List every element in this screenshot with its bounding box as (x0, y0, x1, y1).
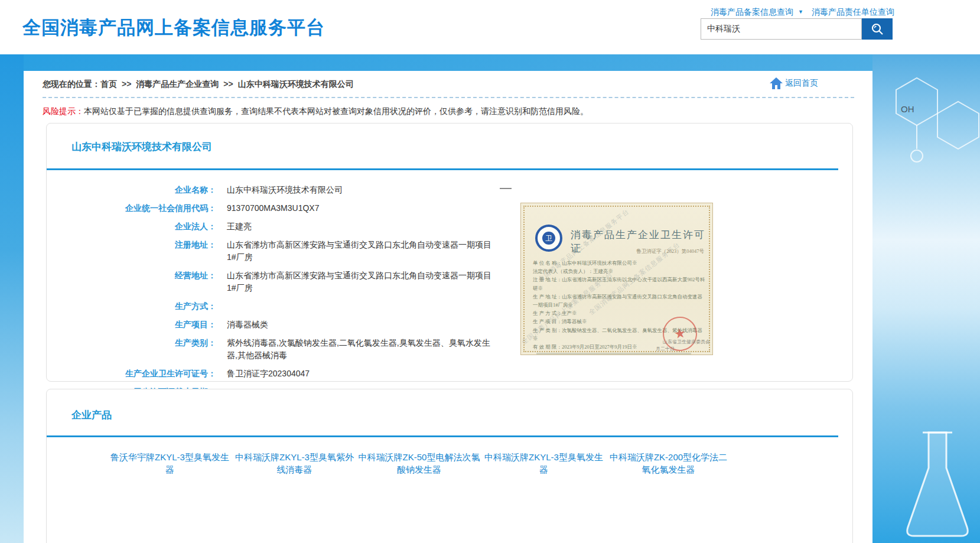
field-label: 生产项目： (47, 318, 216, 331)
site-header: 全国消毒产品网上备案信息服务平台 消毒产品备案信息查询▼消毒产品责任单位查询 (0, 0, 980, 54)
company-products-card: 企业产品 鲁沃华宇牌ZKYL-3型臭氧发生器 中科瑞沃牌ZKYL-3型臭氧紫外线… (46, 389, 853, 543)
field-row-registered-address: 注册地址： 山东省潍坊市高新区潍安路与宝通街交叉路口东北角自动变速器一期项目1#… (47, 239, 499, 264)
certificate-date-fragment: 月二十日 (656, 346, 675, 352)
search-button[interactable] (862, 18, 893, 40)
search-icon (870, 22, 884, 36)
field-label: 生产类别： (47, 337, 216, 349)
field-label: 注册地址： (47, 239, 216, 251)
top-nav: 消毒产品备案信息查询▼消毒产品责任单位查询 (711, 7, 894, 18)
company-fields: 企业名称： 山东中科瑞沃环境技术有限公司 企业统一社会信用代码： 9137070… (47, 184, 499, 404)
card-divider-rule (47, 168, 838, 170)
certificate-fine-print (536, 353, 691, 355)
field-label: 生产企业卫生许可证号： (47, 368, 216, 380)
field-row-production-project: 生产项目： 消毒器械类 (47, 318, 499, 331)
breadcrumb-prefix: 您现在的位置： (43, 79, 100, 89)
search-bar (701, 18, 893, 40)
certificate-line: 生 产 地 址：山东省潍坊市高新区潍安路与宝通街交叉路口东北角自动变速器一期项目… (533, 292, 705, 309)
company-info-card: 山东中科瑞沃环境技术有限公司 企业名称： 山东中科瑞沃环境技术有限公司 企业统一… (46, 123, 853, 382)
certificate-line: 法定代表人（或负责人）：王建亮※ (533, 267, 705, 275)
field-row-business-address: 经营地址： 山东省潍坊市高新区潍安路与宝通街交叉路口东北角自动变速器一期项目1#… (47, 269, 499, 294)
site-title: 全国消毒产品网上备案信息服务平台 (22, 15, 325, 40)
field-label: 企业法人： (47, 220, 216, 233)
field-value: 山东省潍坊市高新区潍安路与宝通街交叉路口东北角自动变速器一期项目1#厂房 (227, 239, 499, 264)
product-link[interactable]: 鲁沃华宇牌ZKYL-3型臭氧发生器 (108, 451, 232, 476)
card-divider-rule (47, 435, 838, 437)
chemistry-decoration: OH (872, 54, 980, 543)
background-left-strip (0, 54, 24, 543)
field-row-company-name: 企业名称： 山东中科瑞沃环境技术有限公司 (47, 184, 499, 196)
hygiene-license-certificate-image: 全国消毒产品网上备案信息服务平台 全国消毒产品网上备案信息服务平台 全国消毒产品… (520, 203, 713, 355)
company-name-heading: 山东中科瑞沃环境技术有限公司 (71, 140, 212, 154)
product-link[interactable]: 中科瑞沃牌ZK-50型电解法次氯酸钠发生器 (357, 451, 481, 476)
certificate-line: 注 册 地 址：山东省潍坊高新区玉清东街以北中心次干道以西高新大厦902号科研※ (533, 275, 705, 292)
product-link[interactable]: 中科瑞沃牌ZKYL-3型臭氧发生器 (482, 451, 605, 476)
risk-warning: 风险提示：本网站仅基于已掌握的信息提供查询服务，查询结果不代表本网站对被查询对象… (43, 106, 588, 117)
products-heading: 企业产品 (71, 408, 112, 422)
chevron-down-icon[interactable]: ▼ (798, 9, 803, 15)
flask-decoration (907, 433, 968, 536)
risk-warning-label: 风险提示： (43, 106, 84, 116)
collapsed-image-dash (500, 188, 512, 189)
product-link[interactable]: 中科瑞沃牌ZKYL-3型臭氧紫外线消毒器 (233, 451, 356, 476)
field-row-credit-code: 企业统一社会信用代码： 91370700MA3M3U1QX7 (47, 202, 499, 214)
risk-warning-text: 本网站仅基于已掌握的信息提供查询服务，查询结果不代表本网站对被查询对象信用状况的… (84, 106, 588, 116)
dashed-divider (43, 97, 854, 98)
field-value: 91370700MA3M3U1QX7 (227, 202, 319, 214)
breadcrumb-separator: >> (223, 79, 233, 89)
breadcrumb: 您现在的位置：首页>>消毒产品生产企业查询>>山东中科瑞沃环境技术有限公司 (43, 79, 354, 90)
field-label: 生产方式： (47, 300, 216, 313)
back-home-label: 返回首页 (785, 78, 818, 89)
certificate-number: 鲁卫消证字（2023）第04047号 (636, 248, 704, 255)
field-label: 企业统一社会信用代码： (47, 202, 216, 214)
product-link[interactable]: 中科瑞沃牌ZK-200型化学法二氧化氯发生器 (607, 451, 730, 476)
home-icon (769, 77, 783, 90)
field-row-legal-person: 企业法人： 王建亮 (47, 220, 499, 233)
field-row-production-mode: 生产方式： (47, 300, 499, 313)
field-row-production-category: 生产类别： 紫外线消毒器,次氯酸钠发生器,二氧化氯发生器,臭氧发生器、臭氧水发生… (47, 337, 499, 362)
certificate-issuer: 山东省卫生健康委员会 (663, 339, 710, 345)
search-input[interactable] (701, 18, 862, 40)
certificate-line: 单 位 名 称：山东中科瑞沃环境技术有限公司※ (533, 259, 705, 267)
field-label: 企业名称： (47, 184, 216, 196)
field-value: 消毒器械类 (227, 318, 268, 331)
field-row-license-number: 生产企业卫生许可证号： 鲁卫消证字202304047 (47, 368, 499, 380)
field-value: 王建亮 (227, 220, 252, 233)
field-value: 鲁卫消证字202304047 (227, 368, 310, 380)
national-emblem-icon: 卫 (535, 225, 562, 252)
main-content: 您现在的位置：首页>>消毒产品生产企业查询>>山东中科瑞沃环境技术有限公司 返回… (24, 71, 872, 543)
field-value: 山东省潍坊市高新区潍安路与宝通街交叉路口东北角自动变速器一期项目1#厂房 (227, 269, 499, 294)
field-label: 经营地址： (47, 269, 216, 282)
nav-link-record-info-query[interactable]: 消毒产品备案信息查询 (711, 7, 793, 17)
breadcrumb-home-link[interactable]: 首页 (100, 79, 117, 89)
molecule-oh-label: OH (901, 104, 914, 114)
product-links-grid: 鲁沃华宇牌ZKYL-3型臭氧发生器 中科瑞沃牌ZKYL-3型臭氧紫外线消毒器 中… (108, 451, 805, 485)
breadcrumb-section-link[interactable]: 消毒产品生产企业查询 (136, 79, 219, 89)
field-value: 山东中科瑞沃环境技术有限公司 (227, 184, 343, 196)
breadcrumb-separator: >> (122, 79, 131, 89)
breadcrumb-current: 山东中科瑞沃环境技术有限公司 (238, 79, 354, 89)
nav-link-responsible-unit-query[interactable]: 消毒产品责任单位查询 (812, 7, 894, 17)
field-value: 紫外线消毒器,次氯酸钠发生器,二氧化氯发生器,臭氧发生器、臭氧水发生器,其他器械… (227, 337, 499, 362)
back-home-button[interactable]: 返回首页 (769, 77, 818, 90)
